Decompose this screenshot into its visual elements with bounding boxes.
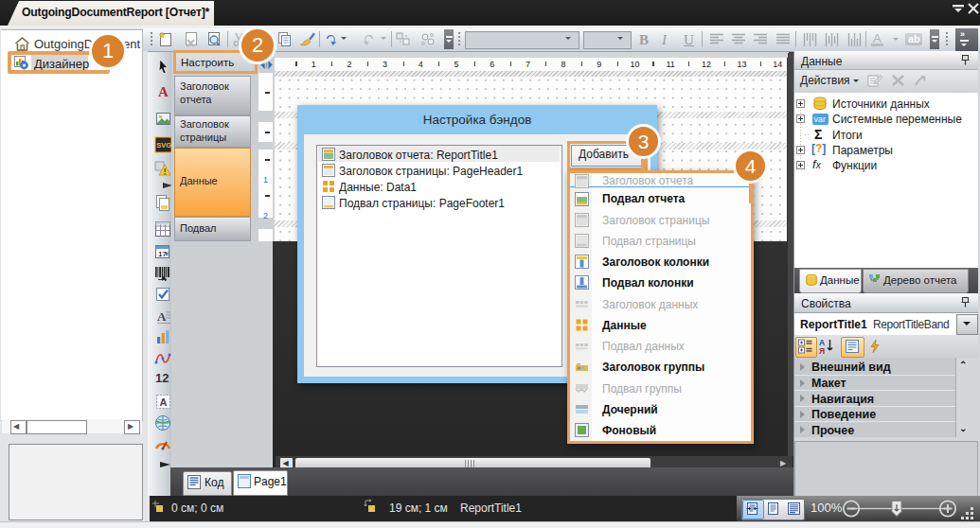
svg-text:A: A (157, 309, 167, 324)
svg-text:A: A (160, 396, 168, 408)
svg-text:Я: Я (819, 346, 825, 356)
svg-text:SVG: SVG (156, 141, 171, 150)
